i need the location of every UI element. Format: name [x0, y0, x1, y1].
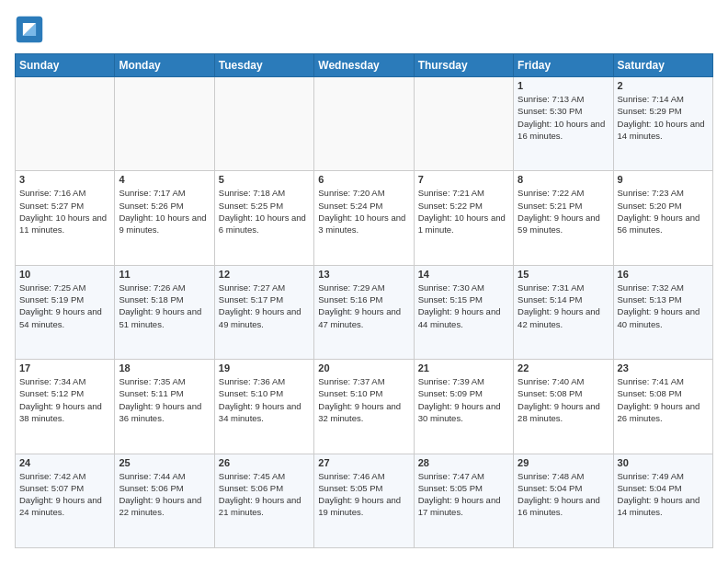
calendar-cell: 2Sunrise: 7:14 AMSunset: 5:29 PMDaylight…: [613, 77, 712, 171]
calendar-day-header: Saturday: [613, 54, 712, 77]
calendar-cell: 10Sunrise: 7:25 AMSunset: 5:19 PMDayligh…: [16, 265, 115, 359]
day-number: 26: [219, 457, 310, 468]
day-info: Sunrise: 7:42 AMSunset: 5:07 PMDaylight:…: [19, 470, 110, 519]
calendar-cell: 30Sunrise: 7:49 AMSunset: 5:04 PMDayligh…: [613, 454, 712, 547]
calendar-header-row: SundayMondayTuesdayWednesdayThursdayFrid…: [16, 54, 713, 77]
calendar-day-header: Tuesday: [214, 54, 313, 77]
day-number: 22: [518, 362, 609, 373]
calendar-cell: [16, 77, 115, 171]
calendar-day-header: Thursday: [414, 54, 513, 77]
day-info: Sunrise: 7:40 AMSunset: 5:08 PMDaylight:…: [518, 375, 609, 424]
calendar-cell: 28Sunrise: 7:47 AMSunset: 5:05 PMDayligh…: [414, 454, 513, 547]
calendar-day-header: Sunday: [16, 54, 115, 77]
day-number: 3: [19, 174, 110, 185]
calendar-cell: 26Sunrise: 7:45 AMSunset: 5:06 PMDayligh…: [214, 454, 313, 547]
calendar-week-row: 10Sunrise: 7:25 AMSunset: 5:19 PMDayligh…: [16, 265, 713, 359]
day-info: Sunrise: 7:26 AMSunset: 5:18 PMDaylight:…: [119, 282, 210, 330]
day-number: 17: [19, 362, 110, 373]
day-number: 8: [518, 174, 609, 185]
day-info: Sunrise: 7:37 AMSunset: 5:10 PMDaylight:…: [318, 375, 409, 424]
day-number: 19: [219, 362, 310, 373]
day-info: Sunrise: 7:49 AMSunset: 5:04 PMDaylight:…: [618, 470, 709, 519]
day-number: 13: [318, 269, 409, 280]
calendar-cell: [314, 77, 414, 171]
day-number: 28: [418, 457, 509, 468]
day-number: 18: [119, 362, 210, 373]
day-info: Sunrise: 7:45 AMSunset: 5:06 PMDaylight:…: [219, 470, 310, 519]
calendar-cell: 1Sunrise: 7:13 AMSunset: 5:30 PMDaylight…: [514, 77, 613, 171]
calendar-cell: 11Sunrise: 7:26 AMSunset: 5:18 PMDayligh…: [115, 265, 214, 359]
logo-icon: [15, 15, 44, 44]
day-info: Sunrise: 7:18 AMSunset: 5:25 PMDaylight:…: [219, 187, 310, 236]
calendar-week-row: 1Sunrise: 7:13 AMSunset: 5:30 PMDaylight…: [16, 77, 713, 171]
day-info: Sunrise: 7:41 AMSunset: 5:08 PMDaylight:…: [618, 375, 709, 424]
calendar-cell: 18Sunrise: 7:35 AMSunset: 5:11 PMDayligh…: [115, 360, 214, 454]
day-info: Sunrise: 7:17 AMSunset: 5:26 PMDaylight:…: [119, 187, 210, 236]
day-info: Sunrise: 7:34 AMSunset: 5:12 PMDaylight:…: [19, 375, 110, 424]
day-info: Sunrise: 7:13 AMSunset: 5:30 PMDaylight:…: [518, 93, 609, 142]
day-info: Sunrise: 7:22 AMSunset: 5:21 PMDaylight:…: [518, 187, 609, 236]
calendar-cell: 17Sunrise: 7:34 AMSunset: 5:12 PMDayligh…: [16, 360, 115, 454]
logo: [15, 15, 48, 44]
calendar-cell: 20Sunrise: 7:37 AMSunset: 5:10 PMDayligh…: [314, 360, 414, 454]
day-number: 6: [318, 174, 409, 185]
day-number: 2: [618, 80, 709, 91]
day-info: Sunrise: 7:46 AMSunset: 5:05 PMDaylight:…: [318, 470, 409, 519]
day-number: 7: [418, 174, 509, 185]
calendar-cell: 12Sunrise: 7:27 AMSunset: 5:17 PMDayligh…: [214, 265, 313, 359]
day-number: 25: [119, 457, 210, 468]
day-info: Sunrise: 7:29 AMSunset: 5:16 PMDaylight:…: [318, 282, 409, 330]
calendar-cell: 14Sunrise: 7:30 AMSunset: 5:15 PMDayligh…: [414, 265, 513, 359]
day-info: Sunrise: 7:36 AMSunset: 5:10 PMDaylight:…: [219, 375, 310, 424]
day-info: Sunrise: 7:27 AMSunset: 5:17 PMDaylight:…: [219, 282, 310, 330]
day-number: 30: [618, 457, 709, 468]
day-number: 29: [518, 457, 609, 468]
day-number: 14: [418, 269, 509, 280]
day-number: 1: [518, 80, 609, 91]
calendar-cell: 4Sunrise: 7:17 AMSunset: 5:26 PMDaylight…: [115, 171, 214, 265]
calendar-cell: 6Sunrise: 7:20 AMSunset: 5:24 PMDaylight…: [314, 171, 414, 265]
calendar-cell: 15Sunrise: 7:31 AMSunset: 5:14 PMDayligh…: [514, 265, 613, 359]
header: [15, 15, 713, 44]
calendar-cell: 23Sunrise: 7:41 AMSunset: 5:08 PMDayligh…: [613, 360, 712, 454]
day-info: Sunrise: 7:23 AMSunset: 5:20 PMDaylight:…: [618, 187, 709, 236]
calendar-cell: 16Sunrise: 7:32 AMSunset: 5:13 PMDayligh…: [613, 265, 712, 359]
day-info: Sunrise: 7:30 AMSunset: 5:15 PMDaylight:…: [418, 282, 509, 330]
day-number: 20: [318, 362, 409, 373]
calendar-cell: [214, 77, 313, 171]
day-number: 9: [618, 174, 709, 185]
calendar-cell: 5Sunrise: 7:18 AMSunset: 5:25 PMDaylight…: [214, 171, 313, 265]
day-number: 27: [318, 457, 409, 468]
day-info: Sunrise: 7:44 AMSunset: 5:06 PMDaylight:…: [119, 470, 210, 519]
calendar-cell: 13Sunrise: 7:29 AMSunset: 5:16 PMDayligh…: [314, 265, 414, 359]
calendar-cell: 29Sunrise: 7:48 AMSunset: 5:04 PMDayligh…: [514, 454, 613, 547]
calendar-cell: 27Sunrise: 7:46 AMSunset: 5:05 PMDayligh…: [314, 454, 414, 547]
page: SundayMondayTuesdayWednesdayThursdayFrid…: [0, 0, 728, 563]
day-number: 24: [19, 457, 110, 468]
day-info: Sunrise: 7:31 AMSunset: 5:14 PMDaylight:…: [518, 282, 609, 330]
day-number: 10: [19, 269, 110, 280]
calendar-day-header: Wednesday: [314, 54, 414, 77]
day-info: Sunrise: 7:21 AMSunset: 5:22 PMDaylight:…: [418, 187, 509, 236]
day-number: 23: [618, 362, 709, 373]
calendar-cell: 19Sunrise: 7:36 AMSunset: 5:10 PMDayligh…: [214, 360, 313, 454]
calendar-week-row: 24Sunrise: 7:42 AMSunset: 5:07 PMDayligh…: [16, 454, 713, 547]
day-info: Sunrise: 7:47 AMSunset: 5:05 PMDaylight:…: [418, 470, 509, 519]
day-number: 21: [418, 362, 509, 373]
calendar-week-row: 17Sunrise: 7:34 AMSunset: 5:12 PMDayligh…: [16, 360, 713, 454]
calendar-cell: 9Sunrise: 7:23 AMSunset: 5:20 PMDaylight…: [613, 171, 712, 265]
calendar-cell: 25Sunrise: 7:44 AMSunset: 5:06 PMDayligh…: [115, 454, 214, 547]
day-number: 12: [219, 269, 310, 280]
day-number: 15: [518, 269, 609, 280]
calendar-day-header: Friday: [514, 54, 613, 77]
day-info: Sunrise: 7:20 AMSunset: 5:24 PMDaylight:…: [318, 187, 409, 236]
calendar-cell: 24Sunrise: 7:42 AMSunset: 5:07 PMDayligh…: [16, 454, 115, 547]
calendar-cell: 21Sunrise: 7:39 AMSunset: 5:09 PMDayligh…: [414, 360, 513, 454]
day-number: 16: [618, 269, 709, 280]
calendar-day-header: Monday: [115, 54, 214, 77]
day-info: Sunrise: 7:32 AMSunset: 5:13 PMDaylight:…: [618, 282, 709, 330]
calendar-cell: 7Sunrise: 7:21 AMSunset: 5:22 PMDaylight…: [414, 171, 513, 265]
day-info: Sunrise: 7:25 AMSunset: 5:19 PMDaylight:…: [19, 282, 110, 330]
calendar-week-row: 3Sunrise: 7:16 AMSunset: 5:27 PMDaylight…: [16, 171, 713, 265]
day-number: 11: [119, 269, 210, 280]
